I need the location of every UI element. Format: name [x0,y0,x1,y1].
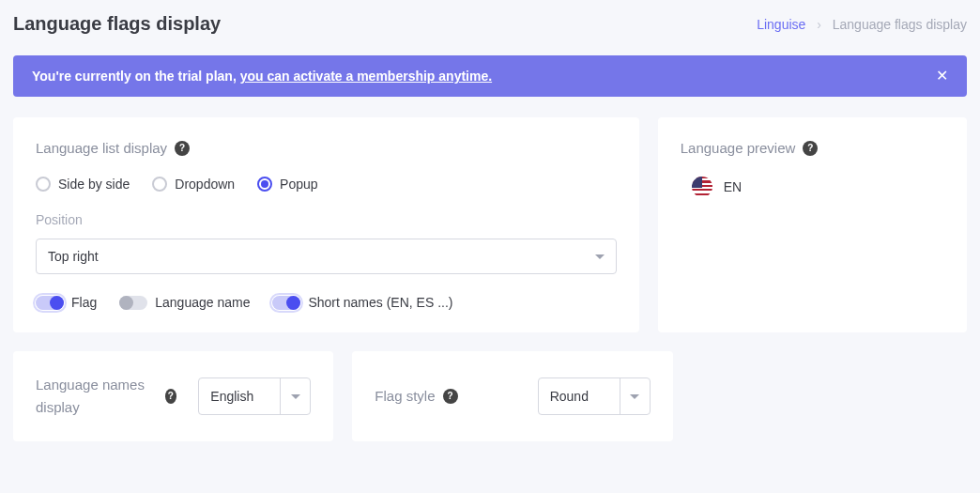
radio-popup[interactable]: Popup [257,177,317,192]
help-icon[interactable]: ? [165,389,176,404]
section-title-flag-style: Flag style [375,385,435,408]
chevron-down-icon [630,394,639,399]
select-value: Top right [48,249,99,264]
language-preview-card: Language preview ? EN [658,117,967,332]
toggle-label: Flag [71,295,97,310]
section-title-display: Language list display [36,140,167,156]
radio-icon [152,177,167,192]
help-icon[interactable]: ? [175,141,190,156]
select-value: English [199,389,280,404]
language-list-display-card: Language list display ? Side by side Dro… [13,117,639,332]
toggle-label: Language name [155,295,250,310]
chevron-down-icon [595,254,605,259]
radio-icon [36,177,51,192]
radio-label: Side by side [58,177,130,192]
radio-label: Dropdown [175,177,235,192]
chevron-right-icon: › [817,17,821,32]
section-title-names: Language names display [36,374,158,419]
toggle-language-name[interactable] [119,296,147,310]
radio-icon [257,177,272,192]
radio-dropdown[interactable]: Dropdown [152,177,235,192]
language-names-display-card: Language names display ? English [13,351,333,441]
position-select[interactable]: Top right [36,239,617,274]
select-value: Round [539,389,620,404]
spacer [692,351,967,441]
preview-lang-code: EN [724,179,742,194]
flag-style-select[interactable]: Round [538,377,651,415]
close-icon[interactable]: ✕ [936,69,948,84]
section-title-preview: Language preview [681,140,796,156]
toggle-short-names[interactable] [272,296,300,310]
radio-label: Popup [280,177,317,192]
flag-style-card: Flag style ? Round [352,351,672,441]
toggle-label: Short names (EN, ES ...) [308,295,452,310]
banner-text: You're currently on the trial plan, [32,69,240,84]
trial-banner: You're currently on the trial plan, you … [13,55,967,97]
breadcrumb: Linguise › Language flags display [757,17,967,32]
chevron-down-icon [291,394,300,399]
radio-side-by-side[interactable]: Side by side [36,177,130,192]
help-icon[interactable]: ? [443,389,458,404]
language-names-select[interactable]: English [198,377,311,415]
us-flag-icon [692,177,712,197]
position-label: Position [36,212,617,227]
help-icon[interactable]: ? [803,141,818,156]
toggle-flag[interactable] [36,296,64,310]
page-title: Language flags display [13,13,221,35]
breadcrumb-root-link[interactable]: Linguise [757,17,805,32]
breadcrumb-current: Language flags display [833,17,967,32]
activate-membership-link[interactable]: you can activate a membership anytime. [240,69,492,84]
